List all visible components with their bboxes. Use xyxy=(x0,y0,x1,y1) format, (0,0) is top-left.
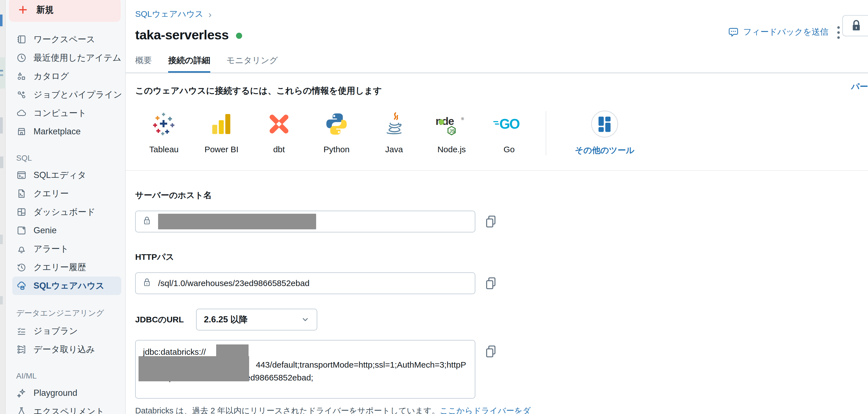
sidebar-item-experiments[interactable]: エクスペリメント xyxy=(12,402,121,414)
power-bi-logo-icon xyxy=(209,110,234,139)
more-tools-button[interactable]: その他のツール xyxy=(559,110,651,156)
permissions-link-partial[interactable]: パー xyxy=(851,81,868,92)
sidebar-item-workspace[interactable]: ワークスペース xyxy=(12,30,121,49)
sidebar-section-data-engineering: データエンジニアリング xyxy=(16,308,125,319)
tool-python[interactable]: Python xyxy=(308,110,365,154)
jdbc-version-dropdown[interactable]: 2.6.25 以降 xyxy=(196,309,317,330)
dbt-logo-icon xyxy=(267,110,291,139)
java-logo-icon xyxy=(382,110,406,139)
sidebar-item-marketplace[interactable]: Marketplace xyxy=(12,122,121,141)
new-button[interactable]: 新規 xyxy=(9,0,121,22)
permissions-lock-button[interactable] xyxy=(842,15,868,36)
jobs-pipelines-icon xyxy=(16,89,27,100)
breadcrumb: SQLウェアハウス › xyxy=(135,8,868,20)
kebab-dot xyxy=(837,31,840,34)
sidebar-item-job-runs[interactable]: ジョブラン xyxy=(12,322,121,340)
sliver-fragment xyxy=(0,235,3,244)
svg-text:JS: JS xyxy=(450,129,455,134)
tool-label: Python xyxy=(323,145,349,154)
jdbc-url-row: JDBCのURL 2.6.25 以降 xyxy=(135,309,868,330)
svg-text:®: ® xyxy=(461,117,464,121)
sidebar-item-label: ジョブラン xyxy=(33,325,78,337)
sidebar-item-genie[interactable]: Genie xyxy=(12,221,121,240)
workspace-icon xyxy=(16,34,27,45)
http-path-row: /sql/1.0/warehouses/23ed98665852ebad xyxy=(135,272,868,294)
sidebar-item-query-history[interactable]: クエリー履歴 xyxy=(12,258,121,276)
dashboard-icon xyxy=(16,207,27,217)
sidebar-item-label: Marketplace xyxy=(33,126,81,137)
storefront-icon xyxy=(16,126,27,137)
sidebar-item-label: ダッシュボード xyxy=(33,206,95,218)
tool-label: Node.js xyxy=(437,145,466,154)
tools-divider xyxy=(546,111,546,155)
flask-icon xyxy=(16,406,27,414)
breadcrumb-sql-warehouses-link[interactable]: SQLウェアハウス xyxy=(135,8,203,20)
tool-label: dbt xyxy=(273,145,285,154)
sidebar-item-sql-editor[interactable]: SQLエディタ xyxy=(12,166,121,184)
send-feedback-label: フィードバックを送信 xyxy=(743,26,828,38)
sql-editor-icon xyxy=(16,170,27,180)
bell-icon xyxy=(16,244,27,254)
tool-label: Java xyxy=(385,145,403,154)
tool-go[interactable]: GO Go xyxy=(480,110,538,154)
sidebar-item-label: ワークスペース xyxy=(33,33,95,45)
sidebar-section-ai-ml: AI/ML xyxy=(16,372,125,381)
sidebar-item-jobs-pipelines[interactable]: ジョブとパイプライン xyxy=(12,86,121,104)
sidebar-item-recents[interactable]: 最近使用したアイテム xyxy=(12,49,121,67)
sidebar-item-label: データ取り込み xyxy=(33,344,95,355)
tool-dbt[interactable]: dbt xyxy=(250,110,308,154)
history-icon xyxy=(16,262,27,273)
tool-tableau[interactable]: Tableau xyxy=(135,110,193,154)
tab-overview[interactable]: 概要 xyxy=(135,55,152,72)
sidebar-item-dashboards[interactable]: ダッシュボード xyxy=(12,203,121,221)
genie-icon xyxy=(16,225,27,236)
sidebar-item-alerts[interactable]: アラート xyxy=(12,240,121,258)
sidebar-item-playground[interactable]: Playground xyxy=(12,384,121,402)
http-path-label: HTTPパス xyxy=(135,252,868,263)
catalog-icon xyxy=(16,71,27,82)
sidebar-item-queries[interactable]: クエリー xyxy=(12,184,121,203)
jdbc-url-textarea[interactable]: jdbc:databricks:// 443/default;transport… xyxy=(135,340,475,398)
jdbc-url-wrap: jdbc:databricks:// 443/default;transport… xyxy=(135,340,868,398)
sparkles-icon xyxy=(16,388,27,398)
python-logo-icon xyxy=(324,110,349,139)
http-path-input[interactable]: /sql/1.0/warehouses/23ed98665852ebad xyxy=(135,272,475,294)
sidebar-item-data-ingestion[interactable]: データ取り込み xyxy=(12,340,121,359)
clock-icon xyxy=(16,53,27,63)
sidebar-item-label: エクスペリメント xyxy=(33,406,104,414)
connection-intro-text: このウェアハウスに接続するには、これらの情報を使用します xyxy=(135,85,868,97)
tool-label: Tableau xyxy=(149,145,179,154)
job-runs-icon xyxy=(16,326,27,336)
tab-connection-details[interactable]: 接続の詳細 xyxy=(168,55,210,72)
server-hostname-input[interactable] xyxy=(135,211,475,232)
main-content: SQLウェアハウス › taka-serverless フィードバックを送信 概… xyxy=(126,0,868,414)
copy-http-path-button[interactable] xyxy=(484,276,498,291)
tool-power-bi[interactable]: Power BI xyxy=(193,110,250,154)
lock-icon xyxy=(143,277,151,289)
plus-icon xyxy=(18,5,28,15)
sidebar-item-label: コンピュート xyxy=(33,107,87,119)
sliver-fragment xyxy=(0,296,3,304)
tab-monitoring[interactable]: モニタリング xyxy=(226,55,278,72)
page-title: taka-serverless xyxy=(135,27,229,42)
sidebar-item-label: Genie xyxy=(33,226,57,236)
tool-nodejs[interactable]: n de ® JS Node.js xyxy=(423,110,480,154)
chevron-down-icon xyxy=(301,316,309,324)
driver-note-text: Databricks は、過去 2 年以内にリリースされたドライバーをサポートし… xyxy=(135,406,440,414)
sidebar-item-label: Playground xyxy=(33,388,78,398)
copy-hostname-button[interactable] xyxy=(484,214,498,229)
svg-text:GO: GO xyxy=(499,116,520,131)
driver-support-note: Databricks は、過去 2 年以内にリリースされたドライバーをサポートし… xyxy=(135,404,534,414)
background-window-sliver xyxy=(0,0,6,414)
sidebar-item-catalog[interactable]: カタログ xyxy=(12,67,121,86)
sql-warehouse-icon xyxy=(16,280,27,291)
copy-jdbc-url-button[interactable] xyxy=(484,344,498,359)
query-file-icon xyxy=(16,188,27,199)
feedback-bubble-icon xyxy=(728,27,739,37)
sidebar-item-sql-warehouses[interactable]: SQLウェアハウス xyxy=(12,276,121,295)
tool-java[interactable]: Java xyxy=(365,110,423,154)
send-feedback-link[interactable]: フィードバックを送信 xyxy=(728,26,828,38)
sidebar-item-label: クエリー xyxy=(33,188,69,200)
sidebar-item-compute[interactable]: コンピュート xyxy=(12,104,121,122)
sidebar: 新規 ワークスペース 最近使用したアイテム カタログ ジョブとパイプライン コン… xyxy=(6,0,126,414)
